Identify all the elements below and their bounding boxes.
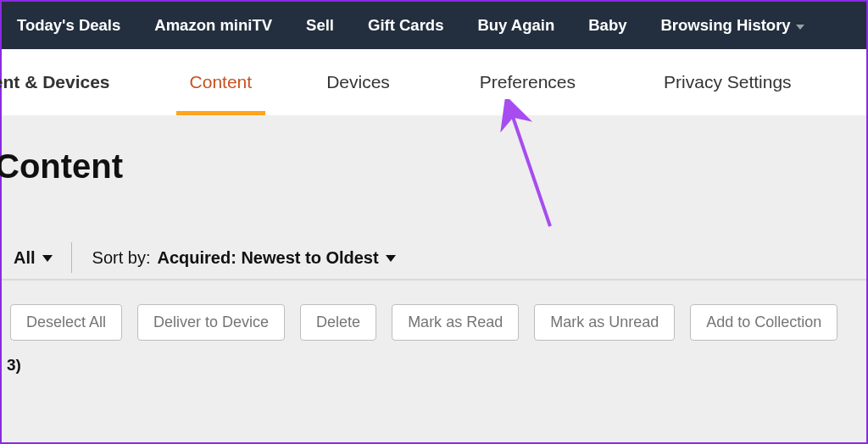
chevron-down-icon <box>42 255 53 262</box>
tab-privacy-settings[interactable]: Privacy Settings <box>643 49 812 115</box>
section-title: ntent & Devices <box>0 72 136 92</box>
filter-all-label: All <box>14 248 36 268</box>
mark-as-unread-button[interactable]: Mark as Unread <box>534 304 675 341</box>
tab-preferences[interactable]: Preferences <box>459 49 596 115</box>
nav-label: Browsing History <box>660 16 790 35</box>
filter-all-dropdown[interactable]: All <box>14 248 68 268</box>
add-to-collection-button[interactable]: Add to Collection <box>690 304 837 341</box>
nav-sell[interactable]: Sell <box>306 16 334 35</box>
subnav: ntent & Devices Content Devices Preferen… <box>2 49 866 115</box>
top-nav: Today's Deals Amazon miniTV Sell Gift Ca… <box>2 2 866 49</box>
deliver-to-device-button[interactable]: Deliver to Device <box>137 304 285 341</box>
nav-gift-cards[interactable]: Gift Cards <box>368 16 443 35</box>
tab-label: Devices <box>326 72 390 92</box>
page-title: Content <box>0 147 866 186</box>
tab-label: Preferences <box>480 72 576 92</box>
nav-label: Amazon miniTV <box>154 16 272 35</box>
delete-button[interactable]: Delete <box>300 304 376 341</box>
nav-label: Gift Cards <box>368 16 443 35</box>
nav-todays-deals[interactable]: Today's Deals <box>17 16 120 35</box>
sort-dropdown[interactable]: Sort by: Acquired: Newest to Oldest <box>92 248 396 268</box>
main-area: Content All Sort by: Acquired: Newest to… <box>2 115 866 442</box>
nav-amazon-minitv[interactable]: Amazon miniTV <box>154 16 272 35</box>
tab-devices[interactable]: Devices <box>306 49 410 115</box>
nav-browsing-history[interactable]: Browsing History <box>660 16 804 35</box>
filter-bar: All Sort by: Acquired: Newest to Oldest <box>2 236 866 280</box>
chevron-down-icon <box>796 25 804 30</box>
sort-value: Acquired: Newest to Oldest <box>157 248 378 268</box>
tab-label: Privacy Settings <box>664 72 792 92</box>
separator <box>71 242 72 273</box>
sort-prefix: Sort by: <box>92 248 151 268</box>
item-count: 3) <box>2 356 866 375</box>
nav-label: Today's Deals <box>17 16 120 35</box>
chevron-down-icon <box>386 255 396 262</box>
deselect-all-button[interactable]: Deselect All <box>10 304 122 341</box>
tab-label: Content <box>190 72 253 92</box>
bulk-actions: Deselect All Deliver to Device Delete Ma… <box>2 304 866 341</box>
tab-content[interactable]: Content <box>170 49 273 115</box>
nav-baby[interactable]: Baby <box>588 16 626 35</box>
nav-label: Buy Again <box>477 16 554 35</box>
mark-as-read-button[interactable]: Mark as Read <box>392 304 519 341</box>
nav-label: Baby <box>588 16 626 35</box>
nav-label: Sell <box>306 16 334 35</box>
nav-buy-again[interactable]: Buy Again <box>477 16 554 35</box>
